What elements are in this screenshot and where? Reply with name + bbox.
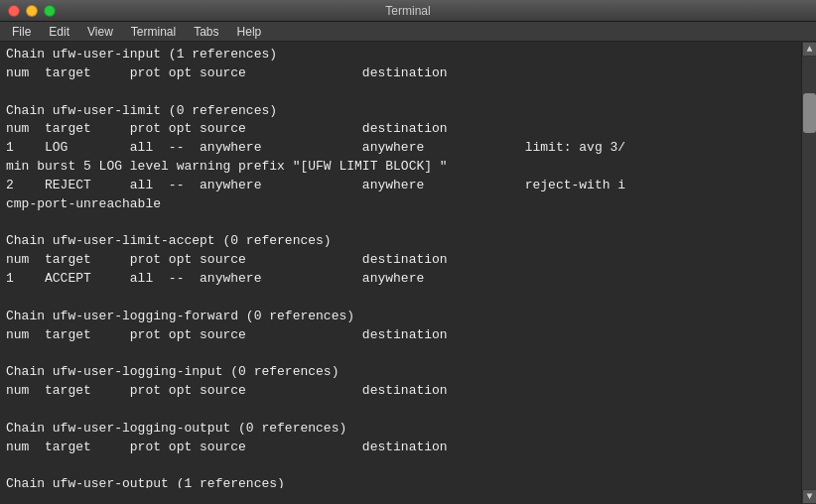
menu-edit[interactable]: Edit xyxy=(41,23,77,41)
menu-file[interactable]: File xyxy=(4,23,39,41)
window: Terminal File Edit View Terminal Tabs He… xyxy=(0,0,816,488)
terminal-content: Chain ufw-user-input (1 references) num … xyxy=(6,46,795,488)
scrollbar-thumb[interactable] xyxy=(803,93,816,133)
minimize-button[interactable] xyxy=(26,5,38,17)
menu-tabs[interactable]: Tabs xyxy=(186,23,226,41)
terminal-body[interactable]: Chain ufw-user-input (1 references) num … xyxy=(0,42,801,488)
window-title: Terminal xyxy=(385,4,430,18)
menu-view[interactable]: View xyxy=(79,23,121,41)
menu-help[interactable]: Help xyxy=(229,23,270,41)
menubar: File Edit View Terminal Tabs Help xyxy=(0,22,816,42)
close-button[interactable] xyxy=(8,5,20,17)
maximize-button[interactable] xyxy=(44,5,56,17)
scroll-up-arrow[interactable]: ▲ xyxy=(802,42,816,57)
traffic-lights xyxy=(8,5,56,17)
scrollbar[interactable]: ▲ ▼ xyxy=(801,42,816,504)
scroll-down-arrow[interactable]: ▼ xyxy=(802,489,816,504)
menu-terminal[interactable]: Terminal xyxy=(123,23,184,41)
titlebar: Terminal xyxy=(0,0,816,22)
